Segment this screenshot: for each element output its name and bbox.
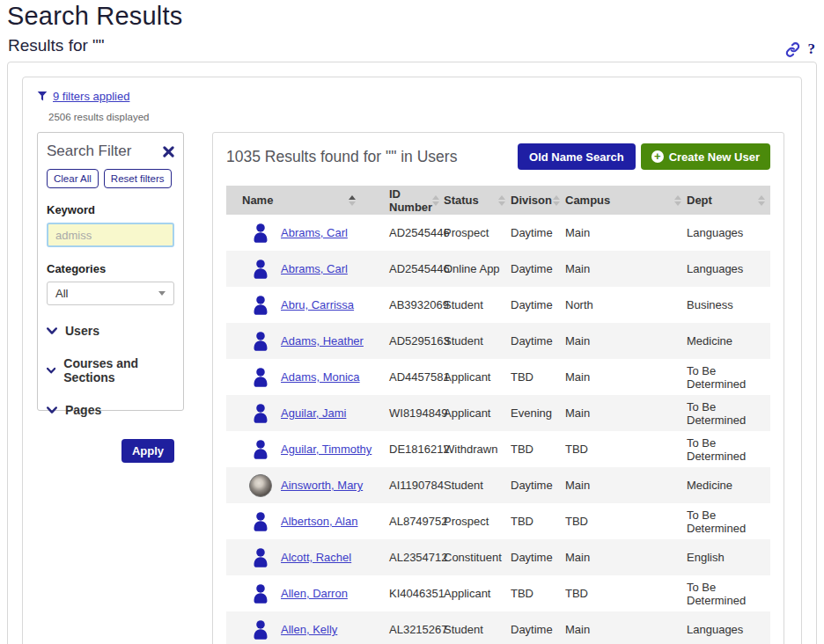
column-header-dept[interactable]: Dept	[687, 186, 770, 215]
table-row: Adams, HeatherAD5295163StudentDaytimeMai…	[226, 323, 770, 359]
results-table: NameID NumberStatusDivisonCampusDept Abr…	[226, 186, 770, 644]
id-number-cell: AD2545446	[389, 215, 444, 251]
status-cell: Online App	[444, 251, 511, 287]
chevron-down-icon	[47, 367, 55, 375]
id-number-cell: AD4457581	[389, 359, 444, 395]
filter-section-courses-and-sections[interactable]: Courses and Sections	[47, 356, 174, 384]
dept-cell: Languages	[687, 215, 770, 251]
clear-all-button[interactable]: Clear All	[47, 169, 99, 188]
filter-funnel-icon	[37, 91, 48, 102]
division-cell: Daytime	[511, 539, 565, 575]
campus-cell: TBD	[565, 503, 687, 539]
create-new-user-button[interactable]: + Create New User	[641, 143, 770, 170]
campus-cell: TBD	[565, 431, 687, 467]
sort-icon	[553, 195, 560, 206]
table-row: Allen, KellyAL3215267StudentDaytimeMainL…	[226, 611, 770, 644]
user-silhouette-avatar	[249, 402, 272, 425]
campus-cell: Main	[565, 395, 687, 431]
user-name-link[interactable]: Aguilar, Jami	[281, 406, 346, 420]
table-row: Adams, MonicaAD4457581ApplicantTBDMainTo…	[226, 359, 770, 395]
page-subtitle: Results for ""	[8, 36, 824, 55]
categories-select[interactable]: All	[47, 282, 174, 305]
user-name-link[interactable]: Abru, Carrissa	[281, 298, 354, 311]
dept-cell: To Be Determined	[687, 395, 770, 431]
keyword-input[interactable]	[47, 223, 174, 247]
column-header-status[interactable]: Status	[444, 186, 511, 215]
user-silhouette-avatar	[249, 582, 272, 605]
close-icon[interactable]	[163, 146, 174, 157]
division-cell: Daytime	[511, 467, 565, 503]
column-header-campus[interactable]: Campus	[565, 186, 687, 215]
sort-icon	[432, 195, 439, 206]
categories-selected-value: All	[55, 287, 68, 300]
user-silhouette-avatar	[249, 330, 272, 353]
user-name-link[interactable]: Allen, Kelly	[281, 623, 337, 636]
status-cell: Student	[444, 611, 511, 644]
status-cell: Applicant	[444, 575, 511, 611]
id-number-cell: AI1190784	[389, 467, 444, 503]
old-name-search-button[interactable]: Old Name Search	[518, 143, 636, 170]
division-cell: Daytime	[511, 611, 565, 644]
chevron-down-icon	[47, 406, 57, 414]
user-silhouette-avatar	[249, 510, 272, 533]
column-header-id-number[interactable]: ID Number	[389, 186, 444, 215]
user-name-link[interactable]: Adams, Monica	[281, 370, 360, 384]
id-number-cell: WI8194849	[389, 395, 444, 431]
table-row: Aguilar, TimmothyDE1816212WithdrawnTBDTB…	[226, 431, 770, 467]
column-header-divison[interactable]: Divison	[511, 186, 565, 215]
division-cell: Evening	[511, 395, 565, 431]
status-cell: Withdrawn	[444, 431, 511, 467]
user-name-link[interactable]: Adams, Heather	[281, 334, 364, 348]
division-cell: TBD	[511, 575, 565, 611]
division-cell: TBD	[511, 503, 565, 539]
page-title: Search Results	[7, 2, 824, 31]
division-cell: TBD	[511, 359, 565, 395]
table-row: Ainsworth, MaryAI1190784StudentDaytimeMa…	[226, 467, 770, 503]
campus-cell: Main	[565, 539, 687, 575]
table-row: Alcott, RachelAL2354712ConstituentDaytim…	[226, 539, 770, 575]
status-cell: Student	[444, 287, 511, 323]
column-header-name[interactable]: Name	[226, 186, 389, 215]
filter-sections: UsersCourses and SectionsPages	[47, 324, 174, 417]
id-number-cell: KI4046351	[389, 575, 444, 611]
user-name-link[interactable]: Ainsworth, Mary	[281, 479, 363, 492]
table-row: Abrams, CarlAD2545446Online AppDaytimeMa…	[226, 251, 770, 287]
status-cell: Applicant	[444, 395, 511, 431]
id-number-cell: AD2545446	[389, 251, 444, 287]
user-name-link[interactable]: Abrams, Carl	[281, 262, 348, 275]
filter-section-users[interactable]: Users	[47, 324, 174, 338]
division-cell: Daytime	[511, 251, 565, 287]
user-silhouette-avatar	[249, 366, 272, 389]
user-silhouette-avatar	[249, 258, 272, 281]
id-number-cell: DE1816212	[389, 431, 444, 467]
filters-applied-link[interactable]: 9 filters applied	[37, 90, 129, 103]
status-cell: Prospect	[444, 503, 511, 539]
permalink-icon[interactable]	[785, 42, 800, 57]
user-name-link[interactable]: Alcott, Rachel	[281, 551, 351, 564]
sort-icon	[758, 195, 765, 206]
user-name-link[interactable]: Aguilar, Timmothy	[281, 443, 372, 456]
search-filter-title: Search Filter	[47, 143, 131, 160]
dept-cell: Languages	[687, 251, 770, 287]
division-cell: Daytime	[511, 215, 565, 251]
id-number-cell: AL8749752	[389, 503, 444, 539]
user-silhouette-avatar	[249, 438, 272, 461]
user-name-link[interactable]: Albertson, Alan	[281, 515, 357, 528]
campus-cell: North	[565, 287, 687, 323]
table-row: Abrams, CarlAD2545446ProspectDaytimeMain…	[226, 215, 770, 251]
filter-section-pages[interactable]: Pages	[47, 403, 174, 417]
dept-cell: To Be Determined	[687, 431, 770, 467]
id-number-cell: AB3932069	[389, 287, 444, 323]
table-row: Allen, DarronKI4046351ApplicantTBDTBDTo …	[226, 575, 770, 611]
user-name-link[interactable]: Allen, Darron	[281, 587, 348, 600]
apply-button[interactable]: Apply	[121, 439, 174, 463]
results-displayed-count: 2506 results displayed	[48, 112, 787, 122]
help-icon[interactable]: ?	[808, 40, 816, 58]
user-photo-avatar	[249, 474, 272, 497]
dept-cell: To Be Determined	[687, 503, 770, 539]
status-cell: Applicant	[444, 359, 511, 395]
user-name-link[interactable]: Abrams, Carl	[281, 226, 348, 239]
table-row: Abru, CarrissaAB3932069StudentDaytimeNor…	[226, 287, 770, 323]
reset-filters-button[interactable]: Reset filters	[104, 169, 172, 188]
status-cell: Student	[444, 467, 511, 503]
